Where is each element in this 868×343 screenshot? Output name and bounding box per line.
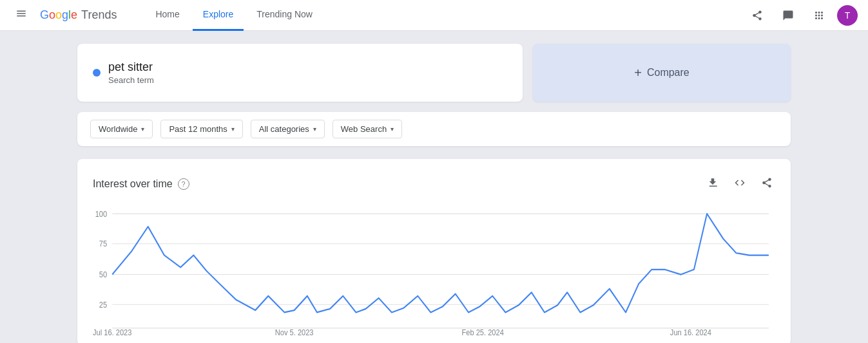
- chevron-down-icon: ▾: [391, 125, 394, 133]
- compare-label: Compare: [647, 67, 690, 79]
- logo-trends: Trends: [81, 8, 117, 22]
- search-dot: [93, 69, 101, 77]
- chart-actions: [704, 174, 775, 194]
- embed-icon[interactable]: [731, 174, 748, 194]
- chart-title: Interest over time: [93, 178, 173, 190]
- header: Google Trends Home Explore Trending Now …: [0, 0, 868, 31]
- filter-region[interactable]: Worldwide ▾: [90, 120, 153, 138]
- search-term-text: pet sitter: [108, 60, 154, 74]
- chart-header: Interest over time ?: [93, 174, 775, 194]
- main-content: pet sitter Search term + Compare Worldwi…: [0, 31, 868, 343]
- search-term-card: pet sitter Search term: [77, 44, 523, 102]
- compare-card[interactable]: + Compare: [533, 44, 791, 102]
- share-icon-header[interactable]: [744, 3, 770, 28]
- chevron-down-icon: ▾: [313, 125, 316, 133]
- filters-section: Worldwide ▾ Past 12 months ▾ All categor…: [77, 112, 791, 146]
- filter-time-label: Past 12 months: [169, 124, 227, 134]
- download-icon[interactable]: [704, 174, 721, 194]
- svg-text:50: 50: [99, 270, 108, 279]
- compare-plus-icon: +: [634, 66, 642, 80]
- filter-search-type[interactable]: Web Search ▾: [333, 120, 402, 138]
- nav-explore[interactable]: Explore: [193, 0, 244, 31]
- chart-area: 100 75 50 25 Jul 16, 2023 Nov 5, 2023 Fe…: [93, 207, 775, 335]
- search-term-info: pet sitter Search term: [108, 60, 154, 85]
- svg-text:100: 100: [95, 209, 108, 218]
- svg-text:Nov 5, 2023: Nov 5, 2023: [275, 328, 314, 335]
- chevron-down-icon: ▾: [231, 125, 235, 133]
- apps-icon[interactable]: [806, 3, 832, 28]
- svg-text:Feb 25, 2024: Feb 25, 2024: [461, 328, 504, 335]
- chevron-down-icon: ▾: [141, 125, 144, 133]
- chart-title-area: Interest over time ?: [93, 178, 189, 190]
- feedback-icon[interactable]: [775, 3, 801, 28]
- search-term-type: Search term: [108, 75, 154, 85]
- main-nav: Home Explore Trending Now: [145, 0, 322, 31]
- interest-over-time-card: Interest over time ?: [77, 159, 791, 343]
- svg-text:Jun 16, 2024: Jun 16, 2024: [670, 328, 712, 335]
- logo-google: Google: [40, 8, 77, 22]
- filter-search-type-label: Web Search: [341, 124, 387, 134]
- filter-time[interactable]: Past 12 months ▾: [160, 120, 242, 138]
- nav-trending-now[interactable]: Trending Now: [246, 0, 323, 31]
- filter-category-label: All categories: [259, 124, 309, 134]
- svg-text:Jul 16, 2023: Jul 16, 2023: [93, 328, 131, 335]
- help-icon[interactable]: ?: [178, 178, 189, 190]
- filter-category[interactable]: All categories ▾: [251, 120, 325, 138]
- svg-text:75: 75: [99, 239, 107, 248]
- header-right: T: [744, 3, 858, 28]
- menu-icon[interactable]: [10, 3, 32, 28]
- filter-region-label: Worldwide: [99, 124, 137, 134]
- trend-line-chart: 100 75 50 25 Jul 16, 2023 Nov 5, 2023 Fe…: [93, 207, 775, 335]
- user-avatar[interactable]: T: [837, 5, 858, 26]
- header-left: Google Trends Home Explore Trending Now: [10, 0, 323, 31]
- google-trends-logo[interactable]: Google Trends: [40, 8, 117, 22]
- share-chart-icon[interactable]: [758, 174, 775, 194]
- search-section: pet sitter Search term + Compare: [77, 44, 791, 102]
- nav-home[interactable]: Home: [145, 0, 189, 31]
- svg-text:25: 25: [99, 300, 107, 309]
